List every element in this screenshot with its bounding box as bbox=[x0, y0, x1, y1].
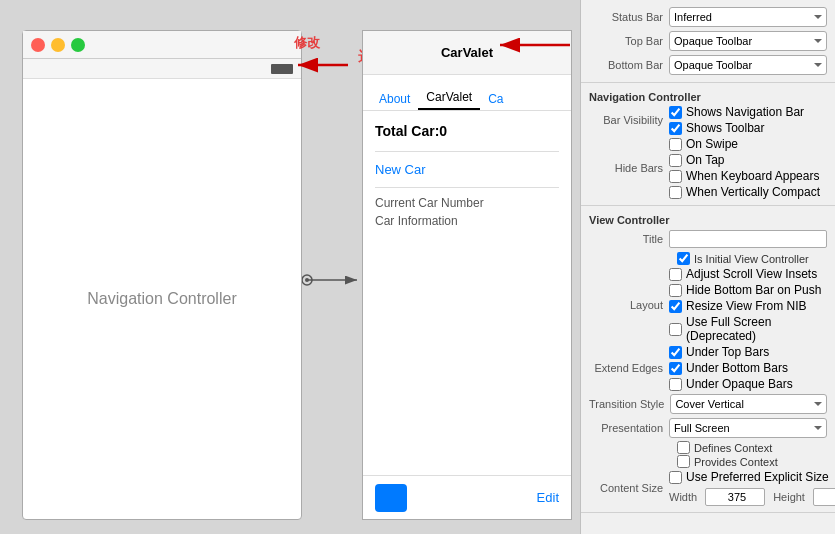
shows-toolbar-checkbox[interactable] bbox=[669, 122, 682, 135]
content-size-row: Content Size Use Preferred Explicit Size… bbox=[589, 470, 827, 506]
adjust-scroll-label: Adjust Scroll View Insets bbox=[686, 267, 817, 281]
vc-title-label: Title bbox=[589, 233, 669, 245]
presentation-control[interactable]: Full Screen bbox=[669, 418, 827, 438]
title-row: Title bbox=[589, 228, 827, 250]
transition-style-label: Transition Style bbox=[589, 398, 670, 410]
when-keyboard-checkbox[interactable] bbox=[669, 170, 682, 183]
under-opaque-bars-checkbox[interactable] bbox=[669, 378, 682, 391]
view-controller-header: View Controller bbox=[589, 214, 827, 226]
when-vertically-checkbox[interactable] bbox=[669, 186, 682, 199]
height-input[interactable] bbox=[813, 488, 835, 506]
layout-row: Layout Adjust Scroll View Insets Hide Bo… bbox=[589, 267, 827, 343]
bottom-bar-select[interactable]: Opaque Toolbar bbox=[669, 55, 827, 75]
right-panel: Status Bar Inferred Top Bar Opaque Toolb… bbox=[580, 0, 835, 534]
shows-nav-bar-checkbox[interactable] bbox=[669, 106, 682, 119]
is-initial-checkbox[interactable] bbox=[677, 252, 690, 265]
use-full-screen-label: Use Full Screen (Deprecated) bbox=[686, 315, 827, 343]
shows-toolbar-label: Shows Toolbar bbox=[686, 121, 765, 135]
status-bar-select[interactable]: Inferred bbox=[669, 7, 827, 27]
bottom-bar-control[interactable]: Opaque Toolbar bbox=[669, 55, 827, 75]
transition-style-select[interactable]: Cover Vertical bbox=[670, 394, 827, 414]
bottom-bar-row: Bottom Bar Opaque Toolbar bbox=[589, 54, 827, 76]
use-full-screen-checkbox[interactable] bbox=[669, 323, 682, 336]
is-initial-label: Is Initial View Controller bbox=[694, 253, 809, 265]
defines-context-row: Defines Context bbox=[677, 441, 827, 454]
resize-view-label: Resize View From NIB bbox=[686, 299, 806, 313]
status-bar-section: Status Bar Inferred Top Bar Opaque Toolb… bbox=[581, 0, 835, 83]
tab-carvalet[interactable]: CarValet bbox=[418, 86, 480, 110]
when-keyboard-label: When Keyboard Appears bbox=[686, 169, 819, 183]
divider-1 bbox=[375, 151, 559, 152]
provides-context-label: Provides Context bbox=[694, 456, 778, 468]
transition-style-control[interactable]: Cover Vertical bbox=[670, 394, 827, 414]
nav-controller-section: Navigation Controller Bar Visibility Sho… bbox=[581, 83, 835, 206]
presentation-label: Presentation bbox=[589, 422, 669, 434]
when-vertically-label: When Vertically Compact bbox=[686, 185, 820, 199]
carvalet-body: Total Car:0 New Car Current Car Number C… bbox=[363, 111, 571, 475]
use-preferred-checkbox[interactable] bbox=[669, 471, 682, 484]
vc-title-control[interactable] bbox=[669, 230, 827, 248]
add-button[interactable] bbox=[375, 484, 407, 512]
close-icon[interactable] bbox=[31, 38, 45, 52]
adjust-scroll-checkbox[interactable] bbox=[669, 268, 682, 281]
nav-controller-header: Navigation Controller bbox=[589, 91, 827, 103]
hide-bottom-bar-checkbox[interactable] bbox=[669, 284, 682, 297]
resize-view-checkbox[interactable] bbox=[669, 300, 682, 313]
presentation-select[interactable]: Full Screen bbox=[669, 418, 827, 438]
view-controller-section: View Controller Title Is Initial View Co… bbox=[581, 206, 835, 513]
tab-ca[interactable]: Ca bbox=[480, 88, 511, 110]
top-bar-control[interactable]: Opaque Toolbar bbox=[669, 31, 827, 51]
hide-bars-label: Hide Bars bbox=[589, 162, 669, 174]
defines-context-label: Defines Context bbox=[694, 442, 772, 454]
provides-context-checkbox[interactable] bbox=[677, 455, 690, 468]
use-preferred-label: Use Preferred Explicit Size bbox=[686, 470, 829, 484]
nav-box-statusbar bbox=[23, 59, 301, 79]
on-swipe-checkbox[interactable] bbox=[669, 138, 682, 151]
under-top-bars-label: Under Top Bars bbox=[686, 345, 769, 359]
modify-label: 修改 bbox=[294, 34, 320, 52]
width-input[interactable] bbox=[705, 488, 765, 506]
svg-point-5 bbox=[305, 278, 309, 282]
on-tap-label: On Tap bbox=[686, 153, 724, 167]
transition-style-row: Transition Style Cover Vertical bbox=[589, 393, 827, 415]
under-bottom-bars-checkbox[interactable] bbox=[669, 362, 682, 375]
under-bottom-bars-label: Under Bottom Bars bbox=[686, 361, 788, 375]
nav-controller-box: Navigation Controller bbox=[22, 30, 302, 520]
canvas-area: Navigation Controller 选中 CarValet About bbox=[0, 0, 580, 534]
car-info-label: Car Information bbox=[375, 214, 559, 228]
hide-bars-row: Hide Bars On Swipe On Tap When Keyboard … bbox=[589, 137, 827, 199]
status-bar-row: Status Bar Inferred bbox=[589, 6, 827, 28]
bar-visibility-row: Bar Visibility Shows Navigation Bar Show… bbox=[589, 105, 827, 135]
total-car-label: Total Car:0 bbox=[375, 123, 559, 139]
on-tap-checkbox[interactable] bbox=[669, 154, 682, 167]
layout-label: Layout bbox=[589, 299, 669, 311]
extend-edges-control: Under Top Bars Under Bottom Bars Under O… bbox=[669, 345, 827, 391]
defines-context-checkbox[interactable] bbox=[677, 441, 690, 454]
carvalet-title: CarValet bbox=[441, 45, 493, 60]
tab-about[interactable]: About bbox=[371, 88, 418, 110]
width-label: Width bbox=[669, 491, 697, 503]
presentation-row: Presentation Full Screen bbox=[589, 417, 827, 439]
under-opaque-bars-label: Under Opaque Bars bbox=[686, 377, 793, 391]
layout-control: Adjust Scroll View Insets Hide Bottom Ba… bbox=[669, 267, 827, 343]
vc-title-input[interactable] bbox=[669, 230, 827, 248]
top-bar-select[interactable]: Opaque Toolbar bbox=[669, 31, 827, 51]
top-bar-label: Top Bar bbox=[589, 35, 669, 47]
status-bar-control[interactable]: Inferred bbox=[669, 7, 827, 27]
extend-edges-row: Extend Edges Under Top Bars Under Bottom… bbox=[589, 345, 827, 391]
bar-visibility-label: Bar Visibility bbox=[589, 114, 669, 126]
current-car-label: Current Car Number bbox=[375, 196, 559, 210]
nav-controller-label: Navigation Controller bbox=[23, 79, 301, 519]
maximize-icon[interactable] bbox=[71, 38, 85, 52]
bottom-bar-label: Bottom Bar bbox=[589, 59, 669, 71]
shows-nav-bar-label: Shows Navigation Bar bbox=[686, 105, 804, 119]
edit-button[interactable]: Edit bbox=[537, 490, 559, 505]
connector-arrow bbox=[302, 260, 370, 300]
bar-visibility-control: Shows Navigation Bar Shows Toolbar bbox=[669, 105, 827, 135]
carvalet-panel: CarValet About CarValet Ca Total Car:0 N… bbox=[362, 30, 572, 520]
under-top-bars-checkbox[interactable] bbox=[669, 346, 682, 359]
status-bar-label: Status Bar bbox=[589, 11, 669, 23]
hide-bottom-bar-label: Hide Bottom Bar on Push bbox=[686, 283, 821, 297]
new-car-link[interactable]: New Car bbox=[375, 162, 559, 177]
minimize-icon[interactable] bbox=[51, 38, 65, 52]
